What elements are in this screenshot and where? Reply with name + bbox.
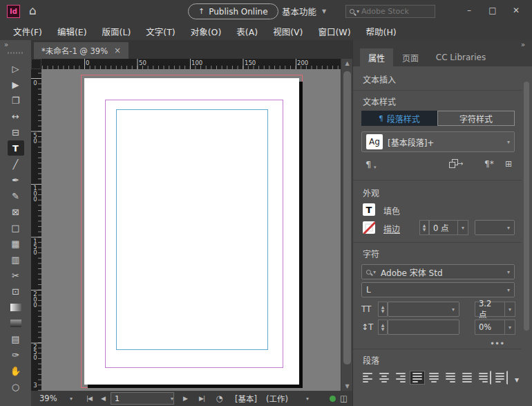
- stroke-weight-stepper[interactable]: ▲▼: [419, 220, 429, 235]
- menu-view[interactable]: 视图(V): [265, 25, 310, 38]
- hand-tool[interactable]: ✋: [8, 363, 24, 378]
- zoom-tool[interactable]: ○: [8, 379, 24, 394]
- free-transform-tool[interactable]: ⊡: [8, 284, 24, 299]
- redefine-style-icon[interactable]: ¶*: [484, 159, 494, 169]
- text-frame[interactable]: [116, 109, 268, 350]
- leading-stepper[interactable]: ▲▼: [378, 320, 388, 335]
- paragraph-style-dropdown[interactable]: Ag [基本段落]+ ▾: [361, 131, 515, 152]
- menu-type[interactable]: 文字(T): [138, 25, 182, 38]
- scroll-up-icon[interactable]: ▲: [341, 60, 352, 66]
- tab-cc-libraries[interactable]: CC Libraries: [428, 48, 494, 66]
- line-tool[interactable]: ╱: [8, 156, 24, 172]
- close-tab-icon[interactable]: ×: [114, 46, 121, 55]
- first-page-button[interactable]: |◀: [86, 391, 92, 406]
- selection-tool[interactable]: ▷: [8, 61, 24, 76]
- panel-scroll-down-icon[interactable]: ▾: [515, 375, 519, 385]
- font-size-dropdown[interactable]: ▾: [388, 302, 459, 317]
- zoom-chevron-icon[interactable]: ▾: [70, 391, 73, 406]
- page-tool[interactable]: ❐: [8, 93, 24, 108]
- fill-label[interactable]: 填色: [383, 205, 400, 216]
- split-layout-icon[interactable]: ◫: [340, 391, 348, 406]
- stroke-weight-chevron[interactable]: ▾: [458, 220, 468, 235]
- document-canvas[interactable]: 0 50 100 150 200 0 50 100 150 200 250 3 …: [31, 59, 352, 391]
- leading-value-chevron[interactable]: ▾: [505, 320, 515, 335]
- tab-pages[interactable]: 页面: [395, 48, 426, 66]
- scroll-down-icon[interactable]: ▼: [341, 383, 352, 389]
- horizontal-grid-tool[interactable]: ▦: [8, 236, 24, 251]
- panel-scrollbar[interactable]: [523, 69, 530, 401]
- stroke-type-dropdown[interactable]: ▾: [475, 220, 515, 235]
- collapse-panel-icon[interactable]: »: [521, 41, 525, 48]
- expand-toolbar-icon[interactable]: »: [4, 41, 8, 48]
- adobe-stock-search[interactable]: ▾: [345, 5, 435, 18]
- menu-help[interactable]: 帮助(H): [359, 25, 404, 38]
- scissors-tool[interactable]: ✂: [8, 268, 24, 283]
- canvas-vertical-scrollbar[interactable]: ▲ ▼: [341, 59, 352, 391]
- toolbar-grip[interactable]: [8, 52, 23, 54]
- rectangle-frame-tool[interactable]: ⊠: [8, 204, 24, 219]
- stroke-none-swatch-icon[interactable]: [363, 221, 375, 234]
- workspace-switcher[interactable]: 基本功能 ▼: [282, 5, 326, 18]
- preflight-chevron-icon[interactable]: ▾: [306, 391, 309, 406]
- eyedropper-tool[interactable]: ✑: [8, 347, 24, 362]
- rectangle-tool[interactable]: □: [8, 220, 24, 235]
- justify-last-right-button[interactable]: [443, 371, 458, 385]
- leading-dropdown[interactable]: [388, 320, 459, 335]
- align-right-button[interactable]: [393, 371, 408, 385]
- font-size-stepper[interactable]: ▲▼: [378, 302, 388, 317]
- minimize-button[interactable]: –: [457, 2, 481, 19]
- preflight-icon[interactable]: ◔: [216, 391, 223, 406]
- menu-table[interactable]: 表(A): [229, 25, 265, 38]
- gap-tool[interactable]: ↔: [8, 109, 24, 124]
- direct-selection-tool[interactable]: ▶: [8, 77, 24, 92]
- note-tool[interactable]: ▤: [8, 331, 24, 347]
- document-tab[interactable]: *未命名-1 @ 39% ×: [34, 42, 129, 59]
- font-size-value-chevron[interactable]: ▾: [505, 302, 515, 317]
- new-style-icon[interactable]: ⊞: [505, 159, 512, 169]
- vertical-grid-tool[interactable]: ▥: [8, 252, 24, 267]
- home-icon[interactable]: ⌂: [29, 3, 37, 17]
- maximize-button[interactable]: □: [481, 2, 504, 19]
- more-options-icon[interactable]: •••: [490, 339, 504, 349]
- stock-search-input[interactable]: [361, 7, 431, 16]
- preflight-preset[interactable]: [基本]: [235, 391, 257, 406]
- tab-properties[interactable]: 属性: [360, 48, 393, 66]
- align-away-from-spine-button[interactable]: [493, 371, 508, 385]
- justify-all-button[interactable]: [459, 371, 475, 385]
- fill-swatch-icon[interactable]: T: [363, 203, 375, 216]
- gradient-feather-tool[interactable]: [8, 315, 24, 331]
- align-towards-spine-button[interactable]: [476, 371, 491, 385]
- type-tool[interactable]: T: [8, 140, 24, 156]
- vertical-ruler[interactable]: 0 50 100 150 200 250 3: [31, 69, 41, 391]
- menu-layout[interactable]: 版面(L): [95, 25, 139, 38]
- publish-online-button[interactable]: ↑ Publish Online: [188, 3, 278, 19]
- zoom-level[interactable]: 39%: [39, 391, 57, 406]
- align-center-button[interactable]: [377, 371, 392, 385]
- page-number-field[interactable]: ▾: [111, 392, 174, 405]
- gradient-swatch-tool[interactable]: [8, 299, 24, 315]
- stroke-weight-value[interactable]: 0 点: [429, 220, 458, 235]
- chevron-down-icon[interactable]: ▾: [171, 396, 173, 402]
- justify-last-center-button[interactable]: [426, 371, 441, 385]
- horizontal-ruler[interactable]: 0 50 100 150 200: [41, 59, 341, 69]
- menu-file[interactable]: 文件(F): [6, 25, 50, 38]
- leading-value[interactable]: 0%: [475, 320, 505, 335]
- page-number-input[interactable]: [111, 394, 171, 403]
- scrollbar-thumb[interactable]: [343, 71, 351, 365]
- font-family-dropdown[interactable]: ▾ Adobe 宋体 Std ▾: [361, 264, 515, 279]
- ruler-origin-box[interactable]: [31, 59, 41, 69]
- font-size-value[interactable]: 3.2 点: [475, 302, 505, 317]
- pencil-tool[interactable]: ✎: [8, 188, 24, 203]
- character-styles-tab[interactable]: 字符样式: [437, 111, 515, 126]
- font-style-dropdown[interactable]: L ▾: [361, 282, 515, 297]
- paragraph-menu-icon[interactable]: ¶: [365, 159, 371, 169]
- justify-last-left-button[interactable]: [410, 371, 425, 385]
- align-left-button[interactable]: [360, 371, 375, 385]
- close-button[interactable]: ✕: [504, 2, 528, 19]
- stroke-label[interactable]: 描边: [383, 223, 400, 234]
- paragraph-styles-tab[interactable]: ¶ 段落样式: [361, 111, 437, 126]
- menu-edit[interactable]: 编辑(E): [50, 25, 95, 38]
- panel-scrollbar-thumb[interactable]: [524, 82, 529, 331]
- previous-page-button[interactable]: ◀: [101, 391, 105, 406]
- next-page-button[interactable]: ▶: [183, 391, 187, 406]
